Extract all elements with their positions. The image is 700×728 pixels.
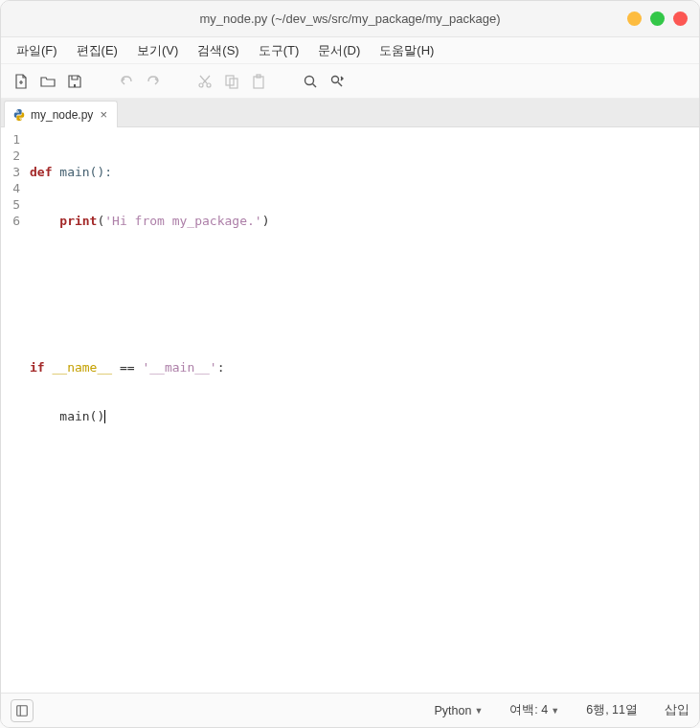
code-line-2: print('Hi from my_package.'): [30, 213, 699, 229]
tab-label: my_node.py: [31, 108, 93, 122]
menubar: 파일(F) 편집(E) 보기(V) 검색(S) 도구(T) 문서(D) 도움말(…: [1, 37, 699, 64]
line-number: 2: [1, 148, 20, 164]
minimize-button[interactable]: [627, 11, 642, 26]
undo-icon[interactable]: [116, 71, 137, 92]
code-line-3: [30, 262, 699, 278]
window-controls: [627, 11, 688, 26]
code-content[interactable]: def main(): print('Hi from my_package.')…: [26, 127, 699, 693]
chevron-down-icon: ▼: [551, 706, 559, 716]
menu-search[interactable]: 검색(S): [190, 39, 246, 62]
menu-help[interactable]: 도움말(H): [372, 39, 441, 62]
text-cursor: [104, 410, 105, 423]
line-number: 1: [1, 131, 20, 148]
cursor-position: 6행, 11열: [586, 702, 638, 718]
language-label: Python: [435, 704, 472, 717]
python-file-icon: [12, 108, 26, 122]
tab-my-node[interactable]: my_node.py ×: [4, 101, 118, 127]
new-file-icon[interactable]: [11, 71, 32, 92]
svg-point-1: [207, 83, 211, 87]
chevron-down-icon: ▼: [474, 706, 483, 716]
save-file-icon[interactable]: [64, 71, 85, 92]
svg-point-7: [332, 76, 339, 82]
code-line-4: [30, 310, 699, 327]
line-number: 4: [1, 180, 20, 196]
language-selector[interactable]: Python ▼: [435, 704, 484, 717]
line-number: 5: [1, 196, 20, 213]
menu-documents[interactable]: 문서(D): [310, 39, 368, 62]
menu-file[interactable]: 파일(F): [9, 39, 65, 62]
toolbar: [1, 64, 699, 99]
titlebar: my_node.py (~/dev_ws/src/my_package/my_p…: [1, 1, 699, 37]
cut-icon[interactable]: [194, 71, 215, 92]
paste-icon[interactable]: [248, 71, 269, 92]
side-panel-toggle[interactable]: [11, 699, 34, 722]
line-number: 3: [1, 164, 20, 180]
line-gutter: 1 2 3 4 5 6: [1, 127, 26, 693]
copy-icon[interactable]: [221, 71, 242, 92]
code-line-1: def main():: [30, 164, 699, 180]
tab-close-icon[interactable]: ×: [98, 107, 109, 122]
svg-point-6: [305, 76, 314, 84]
code-line-6: main(): [30, 408, 699, 424]
menu-edit[interactable]: 편집(E): [69, 39, 125, 62]
tab-width-selector[interactable]: 여백: 4 ▼: [509, 702, 559, 718]
editor[interactable]: 1 2 3 4 5 6 def main(): print('Hi from m…: [1, 127, 699, 693]
tabbar: my_node.py ×: [1, 99, 699, 127]
window-title: my_node.py (~/dev_ws/src/my_package/my_p…: [200, 11, 501, 26]
code-line-5: if __name__ == '__main__':: [30, 359, 699, 375]
line-number: 6: [1, 213, 20, 229]
open-file-icon[interactable]: [37, 71, 58, 92]
menu-view[interactable]: 보기(V): [129, 39, 186, 62]
maximize-button[interactable]: [650, 11, 665, 26]
redo-icon[interactable]: [143, 71, 164, 92]
close-button[interactable]: [673, 11, 688, 26]
svg-point-0: [199, 83, 203, 87]
search-icon[interactable]: [300, 71, 321, 92]
svg-rect-8: [17, 705, 28, 716]
statusbar: Python ▼ 여백: 4 ▼ 6행, 11열 삽입: [1, 693, 699, 727]
tab-width-label: 여백: 4: [509, 702, 548, 718]
svg-rect-4: [254, 77, 263, 88]
menu-tools[interactable]: 도구(T): [251, 39, 307, 62]
insert-mode[interactable]: 삽입: [665, 702, 689, 718]
find-replace-icon[interactable]: [327, 71, 348, 92]
